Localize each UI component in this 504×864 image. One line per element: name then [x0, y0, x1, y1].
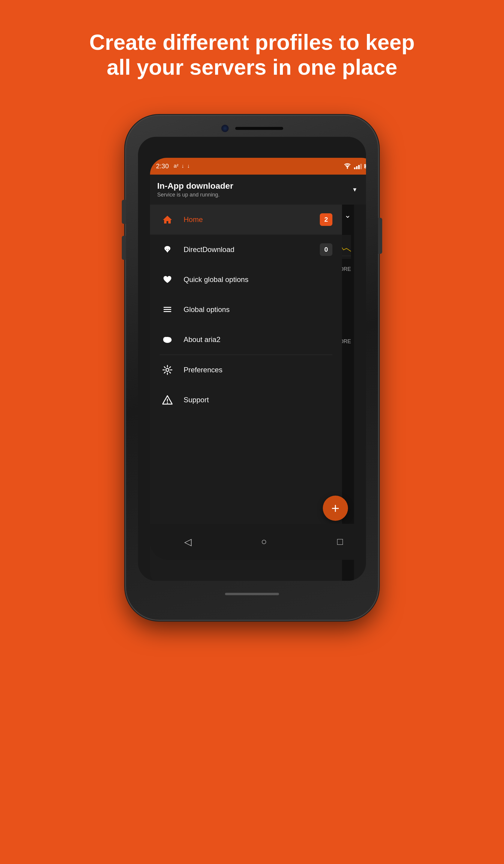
- sidebar-item-directdownload-label: DirectDownload: [184, 245, 320, 254]
- svg-rect-11: [164, 311, 171, 312]
- home-icon: [160, 212, 175, 227]
- svg-marker-4: [163, 216, 172, 224]
- gear-icon: [160, 362, 175, 378]
- app-toolbar: In-App downloader Service is up and runn…: [150, 175, 366, 205]
- svg-point-1: [347, 168, 348, 169]
- sidebar-item-support[interactable]: Support: [150, 385, 342, 415]
- svg-rect-8: [167, 248, 168, 251]
- chevron-down-icon: ⌄: [344, 211, 351, 220]
- headline: Create different profiles to keep all yo…: [89, 30, 415, 80]
- status-icons: a² ↓ ↓: [174, 163, 343, 169]
- home-badge: 2: [320, 213, 333, 226]
- camera: [221, 124, 229, 133]
- sidebar-item-support-label: Support: [184, 396, 333, 404]
- battery-icon: [364, 164, 366, 168]
- phone-frame: 2:30 a² ↓ ↓: [126, 116, 378, 620]
- sidebar-item-about-aria2-label: About aria2: [184, 335, 333, 344]
- sidebar-item-preferences[interactable]: Preferences: [150, 355, 342, 385]
- fab-button[interactable]: +: [323, 496, 348, 521]
- sidebar-item-quick-global-options-label: Quick global options: [184, 275, 333, 284]
- download-cloud-icon: [160, 242, 175, 257]
- app-title-block: In-App downloader Service is up and runn…: [157, 181, 350, 198]
- recent-apps-button[interactable]: □: [331, 533, 349, 551]
- heart-icon: [160, 272, 175, 287]
- list-icon: [160, 302, 175, 317]
- status-icon-down1: ↓: [181, 163, 184, 169]
- svg-point-18: [167, 402, 168, 404]
- svg-rect-9: [164, 307, 171, 308]
- dropdown-icon[interactable]: ▾: [353, 186, 357, 193]
- app-title: In-App downloader: [157, 181, 350, 191]
- svg-marker-0: [346, 166, 349, 168]
- back-button[interactable]: ◁: [179, 533, 197, 551]
- home-button[interactable]: ○: [255, 533, 273, 551]
- nav-drawer: Home 2 DirectDownload 0: [150, 175, 342, 581]
- home-indicator: [225, 593, 279, 595]
- sidebar-item-directdownload[interactable]: DirectDownload 0: [150, 235, 342, 265]
- svg-rect-17: [167, 399, 168, 402]
- sidebar-item-quick-global-options[interactable]: Quick global options: [150, 265, 342, 295]
- sidebar-item-global-options-label: Global options: [184, 305, 333, 314]
- status-icon-down2: ↓: [187, 163, 190, 169]
- svg-point-15: [166, 368, 169, 371]
- sidebar-item-home[interactable]: Home 2: [150, 205, 342, 235]
- svg-rect-10: [164, 309, 171, 310]
- warning-icon: [160, 392, 175, 408]
- phone-shell: 2:30 a² ↓ ↓: [126, 116, 378, 620]
- signal-icon: [354, 163, 362, 169]
- status-icon-a2: a²: [174, 163, 179, 169]
- bottom-nav-bar: ◁ ○ □: [150, 524, 366, 560]
- directdownload-badge: 0: [320, 243, 333, 256]
- sidebar-item-home-label: Home: [184, 215, 320, 224]
- sidebar-item-about-aria2[interactable]: About aria2: [150, 325, 342, 355]
- status-bar: 2:30 a² ↓ ↓: [150, 158, 366, 175]
- status-right-icons: [343, 163, 366, 169]
- sidebar-item-global-options[interactable]: Global options: [150, 295, 342, 325]
- wifi-icon: [343, 163, 352, 169]
- phone-screen: 2:30 a² ↓ ↓: [138, 137, 366, 581]
- more-options-icon[interactable]: ⋮: [362, 184, 366, 194]
- phone-top-details: [221, 124, 283, 133]
- cloud-icon: [160, 332, 175, 347]
- app-subtitle: Service is up and running.: [157, 192, 350, 198]
- status-time: 2:30: [156, 162, 169, 170]
- sidebar-item-preferences-label: Preferences: [184, 366, 333, 374]
- speaker: [235, 127, 283, 130]
- fab-icon: +: [332, 500, 339, 516]
- svg-point-14: [167, 337, 171, 341]
